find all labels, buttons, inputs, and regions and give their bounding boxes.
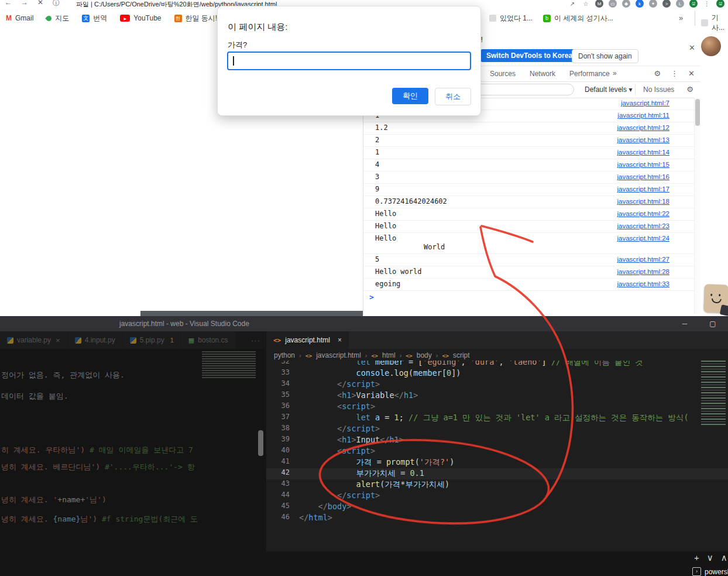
scrollbar-thumb[interactable]: [695, 99, 700, 126]
issues-counter[interactable]: No Issues: [643, 85, 674, 94]
prompt-input[interactable]: [227, 52, 471, 70]
code-text[interactable]: </html>: [299, 513, 332, 524]
panel-maximize-icon[interactable]: ∧: [721, 553, 727, 563]
code-text[interactable]: <script>: [299, 446, 375, 457]
tab-close-icon[interactable]: ×: [56, 336, 60, 345]
code-text[interactable]: let a = 1; // 그냥 a=1 만 있는 것과 'let' a 라고 …: [299, 413, 689, 424]
editor-tab[interactable]: variable.py×: [0, 331, 68, 349]
devtools-tab-performance[interactable]: Performance: [569, 70, 610, 78]
stop-icon[interactable]: ✕: [37, 0, 43, 8]
back-icon[interactable]: ←: [5, 0, 12, 8]
left-editor-code-line[interactable]: 녕히 계세요. {name}님') #f string문법(최근에 도: [1, 514, 198, 524]
line-number[interactable]: 39: [266, 435, 299, 446]
code-text[interactable]: 가격 = prompt('가격?'): [299, 457, 454, 468]
left-editor-code-line[interactable]: 데이터 값을 붙임.: [1, 391, 68, 402]
devtools-tab-sources[interactable]: Sources: [490, 70, 516, 78]
breadcrumb-item[interactable]: body: [417, 351, 432, 359]
console-settings-gear-icon[interactable]: ⚙: [686, 85, 693, 94]
line-number[interactable]: 35: [266, 390, 299, 402]
console-source-link[interactable]: javascript.html:13: [617, 136, 669, 145]
left-editor-code-line[interactable]: 녕히 계세요. '+name+'님'): [1, 495, 107, 505]
breadcrumb-item[interactable]: javascript.html: [316, 351, 361, 359]
profile-badge-icon[interactable]: 성: [689, 0, 698, 8]
console-source-link[interactable]: javascript.html:27: [617, 255, 669, 264]
line-number[interactable]: 38: [266, 424, 299, 435]
editor-tab[interactable]: ▦boston.cs: [181, 331, 236, 349]
bookmark-star-icon[interactable]: ☆: [582, 0, 590, 8]
more-tabs-icon[interactable]: »: [613, 69, 617, 77]
tabs-overflow-icon[interactable]: ···: [246, 331, 266, 349]
console-source-link[interactable]: javascript.html:16: [617, 173, 669, 181]
editor-tab[interactable]: 4.input.py: [68, 331, 123, 349]
code-text[interactable]: </script>: [299, 379, 380, 390]
code-editor[interactable]: 32 let member = ['egoing', 'dura', 'taeh…: [266, 361, 728, 536]
log-levels-dropdown[interactable]: Default levels ▾: [585, 85, 632, 94]
maximize-icon[interactable]: ▢: [700, 316, 726, 331]
left-editor-code-line[interactable]: 히 계세요. 우타하님') # 매일 이메일을 보낸다고 7: [1, 445, 193, 455]
bookmark-item[interactable]: 기사...: [701, 13, 728, 33]
editor-tab[interactable]: 5.pip.py1: [123, 331, 181, 349]
line-number[interactable]: 40: [266, 446, 299, 457]
extension-icon-m[interactable]: M: [595, 0, 603, 8]
code-text[interactable]: <script>: [299, 402, 375, 413]
bookmark-item[interactable]: ▶YouTube: [120, 14, 161, 22]
console-source-link[interactable]: javascript.html:17: [617, 185, 669, 194]
console-source-link[interactable]: javascript.html:28: [617, 268, 669, 276]
extension-icon-k[interactable]: k: [636, 0, 644, 8]
breadcrumb-item[interactable]: script: [453, 351, 470, 359]
console-source-link[interactable]: javascript.html:22: [617, 210, 669, 218]
bookmark-item[interactable]: 한한일 동시!: [174, 13, 218, 23]
share-icon[interactable]: ↗: [568, 0, 576, 8]
code-text[interactable]: alert(가격*부가가치세): [299, 479, 449, 491]
line-number[interactable]: 43: [266, 479, 299, 491]
line-number[interactable]: 44: [266, 491, 299, 502]
extension-icon-l[interactable]: L: [676, 0, 684, 8]
console-source-link[interactable]: javascript.html:14: [617, 148, 669, 157]
profile-avatar[interactable]: [701, 36, 721, 56]
bookmark-item[interactable]: 文번역: [82, 13, 107, 23]
extension-icon-shield[interactable]: ◆: [622, 0, 630, 8]
devtools-close-icon[interactable]: ✕: [688, 69, 695, 78]
console-source-link[interactable]: javascript.html:24: [617, 234, 669, 243]
code-text[interactable]: let member = ['egoing', 'dura', 'taeho']…: [299, 361, 643, 368]
bookmark-item[interactable]: b이 세계의 성기사...: [543, 13, 613, 23]
left-editor[interactable]: 정어가 없음. 즉, 관계없이 사용.데이터 값을 붙임.히 계세요. 우타하님…: [0, 349, 266, 551]
line-number[interactable]: 46: [266, 513, 299, 524]
code-text[interactable]: console.log(member[0]): [299, 368, 461, 379]
code-text[interactable]: <h1>Input</h1>: [299, 435, 404, 446]
console-source-link[interactable]: javascript.html:15: [617, 160, 669, 169]
code-text[interactable]: </body>: [299, 502, 351, 513]
console-source-link[interactable]: javascript.html:7: [621, 99, 669, 108]
console-source-link[interactable]: javascript.html:23: [617, 222, 669, 231]
extension-icon-cast[interactable]: ▭: [609, 0, 617, 8]
console-source-link[interactable]: javascript.html:33: [617, 280, 669, 289]
switch-language-button[interactable]: Switch DevTools to Korean: [480, 49, 582, 62]
line-number[interactable]: 45: [266, 502, 299, 513]
left-editor-code-line[interactable]: 녕히 계세요. 베르단디님') #'....우타하...'-> 항: [1, 462, 195, 472]
breadcrumb-item[interactable]: html: [382, 351, 396, 359]
code-text[interactable]: </script>: [299, 424, 380, 435]
bookmark-item[interactable]: 지도: [46, 13, 69, 23]
kebab-menu-icon[interactable]: ⋮: [671, 69, 678, 78]
line-number[interactable]: 34: [266, 379, 299, 390]
console-source-link[interactable]: javascript.html:11: [617, 111, 669, 120]
left-minimap[interactable]: [202, 351, 256, 378]
bookmark-item[interactable]: 있었다 1...: [489, 13, 533, 23]
terminal-dropdown-icon[interactable]: ∨: [707, 553, 713, 563]
bookmark-item[interactable]: MGmail: [6, 14, 33, 22]
minimap[interactable]: [701, 361, 726, 426]
code-text[interactable]: 부가가치세 = 0.1: [299, 468, 424, 479]
line-number[interactable]: 41: [266, 457, 299, 468]
minimize-icon[interactable]: ─: [672, 316, 698, 331]
bookmarks-overflow-icon[interactable]: »: [679, 13, 683, 22]
line-number[interactable]: 42: [266, 468, 299, 479]
devtools-tab-network[interactable]: Network: [530, 70, 555, 78]
console-source-link[interactable]: javascript.html:18: [617, 197, 669, 206]
line-number[interactable]: 37: [266, 413, 299, 424]
devtools-scrollbar[interactable]: [694, 98, 700, 314]
extension-icon-puzzle[interactable]: ✦: [649, 0, 657, 8]
dialog-cancel-button[interactable]: 취소: [435, 88, 471, 105]
console-source-link[interactable]: javascript.html:12: [617, 124, 669, 132]
infobar-close-icon[interactable]: ✕: [689, 43, 695, 52]
breadcrumb-item[interactable]: python: [274, 351, 295, 359]
